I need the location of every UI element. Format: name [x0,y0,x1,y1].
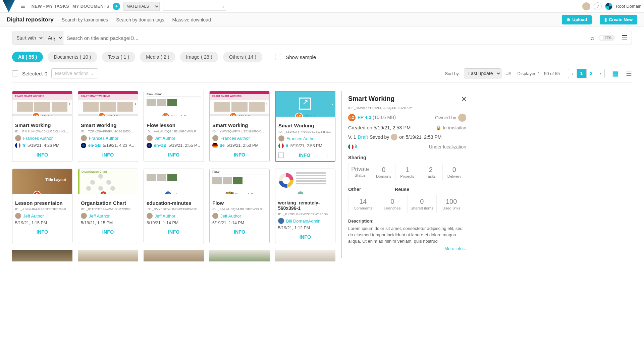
chevron-right-icon[interactable]: › [266,101,268,106]
author-name[interactable]: Frances Author [23,136,53,141]
card-date: 5/19/21, 1:15 PM [81,221,135,225]
search-input[interactable] [63,31,587,45]
more-menu-icon[interactable]: ⋮ [322,152,332,159]
page-1[interactable]: 1 [577,69,587,78]
card-id: ID: _AALAUCQ24JBUNPCWXLRRRE... [147,129,201,133]
chevron-right-icon[interactable]: › [332,102,333,107]
app-logo[interactable] [3,0,15,12]
tab-image[interactable]: Image ( 28 ) [180,52,218,62]
user-avatar[interactable] [582,2,590,10]
card-item[interactable]: Flow lessonLOFlow 1.2 Flow lesson ID: _A… [144,91,204,162]
top-search-input[interactable] [163,2,226,11]
card-item[interactable]: Organization ChartP.pptx Organization Ch… [78,169,138,243]
card-item[interactable] [78,250,138,261]
tab-others[interactable]: Others ( 14 ) [223,52,262,62]
card-title: Smart Working [15,122,69,128]
info-link[interactable]: INFO [147,228,201,236]
reuse-heading: Reuse [395,187,410,192]
author-name[interactable]: Frances Author [286,136,316,141]
sort-select[interactable]: Last update [464,68,501,78]
add-button[interactable]: + [113,3,120,10]
massive-actions-btn[interactable]: Massive actions ⌄ [51,68,98,78]
sort-dir-icon[interactable]: ↓≡ [505,70,511,76]
open-icon[interactable] [299,98,311,110]
tab-media[interactable]: Media ( 2 ) [140,52,175,62]
flag-it-icon [278,143,284,148]
close-icon[interactable]: ✕ [461,95,467,104]
link-domain-tags[interactable]: Search by domain tags [116,17,164,22]
thumbnail: Title LayoutP.pptx [12,169,72,194]
info-link[interactable]: INFO [287,151,322,159]
author-name[interactable]: Bill DomainAdmin [286,219,321,224]
thumbnail: Flow lessonLOFlow 1.2 [144,91,204,116]
any-select[interactable]: Any [44,31,63,45]
card-id: ID: _YWN5QWFYULZEHMIROXWH... [212,129,267,133]
page-prev[interactable]: ‹ [568,69,577,78]
chevron-right-icon[interactable]: › [69,101,70,106]
domain-logo[interactable] [605,3,612,10]
filter-icon[interactable]: ☰ [618,34,632,42]
info-link[interactable]: INFO [278,233,332,241]
nav-my-docs[interactable]: MY DOCUMENTS [72,4,109,9]
card-item[interactable]: EXACT SMART WORKING›LOFP 4.2 Smart Worki… [78,91,138,162]
info-link[interactable]: INFO [212,151,267,159]
author-name[interactable]: Jeff Author [155,136,175,141]
more-info-link[interactable]: More info... [348,246,466,251]
tab-all[interactable]: All ( 55 ) [12,52,43,62]
page-next[interactable]: › [596,69,604,78]
author-name[interactable]: Frances Author [89,136,118,141]
info-link[interactable]: INFO [81,151,135,159]
card-item[interactable] [275,250,335,261]
author-name[interactable]: Jeff Author [23,214,44,219]
link-massive-dl[interactable]: Massive download [172,17,211,22]
card-item[interactable]: W.docx education-minutes ID: _RVY6GCWHND… [144,169,204,243]
tab-documents[interactable]: Documents ( 10 ) [48,52,97,62]
owner-avatar[interactable] [458,114,466,122]
nav-new-tasks[interactable]: NEW - MY TASKS [32,4,69,9]
author-name[interactable]: Jeff Author [89,214,110,219]
link-taxonomies[interactable]: Search by taxonomies [62,17,108,22]
detail-fp[interactable]: FP 4.2 [358,115,371,120]
upload-button[interactable]: ⊕Upload [562,15,592,24]
info-link[interactable]: INFO [147,151,201,159]
info-link[interactable]: INFO [81,228,135,236]
card-item[interactable]: EXACT SMART WORKING›LOFP 4.2 Smart Worki… [209,91,270,162]
page-2[interactable]: 2 [587,69,596,78]
select-all-checkbox[interactable] [12,70,18,76]
show-sample-checkbox[interactable] [275,54,281,60]
create-new-button[interactable]: ▮Create New [600,15,637,24]
author-name[interactable]: Jeff Author [155,214,175,219]
author-name[interactable]: Jeff Author [220,214,241,219]
materials-select[interactable]: MATERIALS [123,2,160,11]
card-item[interactable]: FlowSCORM1.2Scorm 1.2 Flow ID: _AALAUCQ2… [209,169,270,243]
menu-hamburger[interactable]: ≡ [18,0,28,12]
chevron-right-icon[interactable]: › [135,101,136,106]
tab-texts[interactable]: Texts ( 1 ) [102,52,136,62]
sharing-stats: PrivateStatus 0Domains 1Projects 2Tasks … [348,163,466,181]
info-link[interactable]: INFO [15,151,69,159]
png-badge: PNG [297,191,304,194]
search-icon[interactable]: ⌕ [587,35,598,42]
card-item[interactable]: PNG.png working_remotely-560x396-1 ID: _… [275,169,335,243]
card-item[interactable]: EXACT SMART WORKING›LOFP 4.2 Smart Worki… [12,91,72,162]
card-title: Lesson presentaion [15,200,69,206]
startwith-select[interactable]: Start with [12,31,44,45]
help-icon[interactable]: ? [594,2,602,10]
grid-view-icon[interactable]: ▦ [612,69,619,77]
info-link[interactable]: INFO [15,228,69,236]
card-item[interactable] [144,250,204,261]
lang-label[interactable]: it [355,144,357,149]
card-checkbox[interactable] [278,153,284,158]
domain-label[interactable]: Root Domain [616,4,641,9]
info-link[interactable]: INFO [212,228,267,236]
fts-toggle[interactable]: FTS [598,35,615,41]
thumbnail: W.docx [144,169,204,194]
card-item-selected[interactable]: ›LOFP 4.2 Smart Working ID: _S5WKXYPINVL… [275,91,335,162]
card-item[interactable] [12,250,72,261]
author-name[interactable]: Frances Author [220,136,250,141]
draft-link[interactable]: Draft [358,134,368,140]
card-item[interactable]: Title LayoutP.pptx Lesson presentaion ID… [12,169,72,243]
card-item[interactable] [209,250,270,261]
saver-avatar[interactable] [391,134,397,140]
list-view-icon[interactable]: ☰ [626,69,632,77]
